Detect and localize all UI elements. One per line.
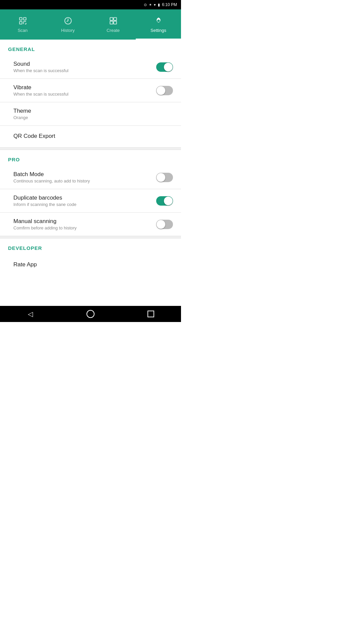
tab-scan[interactable]: Scan <box>0 9 45 40</box>
setting-vibrate[interactable]: Vibrate When the scan is successful <box>0 79 181 102</box>
vibrate-text: Vibrate When the scan is successful <box>13 84 156 97</box>
tab-settings[interactable]: Settings <box>136 9 181 40</box>
batch-mode-sublabel: Continous scanning, auto add to history <box>13 178 156 183</box>
vibrate-label: Vibrate <box>13 84 156 91</box>
bottom-nav: ◁ ○ <box>0 306 181 322</box>
nav-bar: Scan History Create <box>0 9 181 40</box>
svg-rect-9 <box>114 17 117 20</box>
duplicate-barcodes-label: Duplicate barcodes <box>13 195 156 201</box>
manual-scanning-text: Manual scanning Comfirm before adding to… <box>13 218 156 230</box>
vibrate-toggle[interactable] <box>156 86 173 95</box>
settings-content: GENERAL Sound When the scan is successfu… <box>0 40 181 306</box>
section-divider-1 <box>0 147 181 150</box>
batch-mode-toggle-thumb <box>157 173 165 182</box>
theme-label: Theme <box>13 108 173 114</box>
qr-export-label: QR Code Export <box>13 133 173 140</box>
tab-scan-label: Scan <box>18 28 28 33</box>
section-general-header: GENERAL <box>0 40 181 55</box>
battery-icon: ▮ <box>158 3 160 7</box>
create-icon <box>109 16 118 26</box>
home-icon: ○ <box>86 310 95 318</box>
tab-create[interactable]: Create <box>90 9 136 40</box>
batch-mode-toggle[interactable] <box>156 173 173 182</box>
sound-text: Sound When the scan is successful <box>13 61 156 73</box>
duplicate-barcodes-text: Duplicate barcodes Inform if scanning th… <box>13 195 156 207</box>
back-icon: ◁ <box>28 310 33 318</box>
home-button[interactable]: ○ <box>80 307 101 321</box>
recent-button[interactable] <box>141 307 161 321</box>
setting-sound[interactable]: Sound When the scan is successful <box>0 55 181 79</box>
recent-icon <box>147 311 154 317</box>
tab-history-label: History <box>61 28 74 33</box>
sound-toggle[interactable] <box>156 62 173 72</box>
history-icon <box>64 16 72 26</box>
section-pro: PRO Batch Mode Continous scanning, auto … <box>0 150 181 236</box>
manual-scanning-toggle[interactable] <box>156 220 173 229</box>
status-bar: ⊙ ✶ ▾ ▮ 6:10 PM <box>0 0 181 9</box>
svg-rect-1 <box>23 17 26 20</box>
rate-app-text: Rate App <box>13 261 173 269</box>
sound-label: Sound <box>13 61 156 67</box>
vibrate-sublabel: When the scan is successful <box>13 92 156 97</box>
section-pro-header: PRO <box>0 150 181 166</box>
svg-rect-8 <box>110 17 113 20</box>
duplicate-barcodes-toggle-thumb <box>164 197 173 205</box>
back-button[interactable]: ◁ <box>20 307 40 321</box>
svg-rect-11 <box>114 21 117 24</box>
svg-rect-2 <box>19 21 22 24</box>
manual-scanning-label: Manual scanning <box>13 218 156 225</box>
manual-scanning-sublabel: Comfirm before adding to history <box>13 225 156 230</box>
tab-history[interactable]: History <box>45 9 90 40</box>
vibrate-toggle-thumb <box>157 86 165 95</box>
wifi-icon: ▾ <box>154 3 156 7</box>
duplicate-barcodes-toggle[interactable] <box>156 196 173 206</box>
duplicate-barcodes-sublabel: Inform if scanning the sane code <box>13 202 156 207</box>
section-general: GENERAL Sound When the scan is successfu… <box>0 40 181 147</box>
section-developer: DEVELOPER Rate App <box>0 238 181 276</box>
setting-duplicate-barcodes[interactable]: Duplicate barcodes Inform if scanning th… <box>0 189 181 213</box>
manual-scanning-toggle-thumb <box>157 220 165 229</box>
theme-value: Orange <box>13 115 173 120</box>
status-time: 6:10 PM <box>162 2 177 7</box>
section-developer-header: DEVELOPER <box>0 238 181 254</box>
svg-rect-0 <box>19 17 22 20</box>
svg-point-13 <box>157 19 160 22</box>
setting-theme[interactable]: Theme Orange <box>0 102 181 126</box>
bluetooth-icon: ✶ <box>149 3 152 7</box>
tab-create-label: Create <box>107 28 120 33</box>
scan-icon <box>18 16 27 26</box>
sound-sublabel: When the scan is successful <box>13 68 156 73</box>
settings-icon <box>154 16 163 26</box>
batch-mode-text: Batch Mode Continous scanning, auto add … <box>13 171 156 183</box>
qr-export-text: QR Code Export <box>13 133 173 140</box>
section-divider-2 <box>0 236 181 238</box>
batch-mode-label: Batch Mode <box>13 171 156 178</box>
setting-rate-app[interactable]: Rate App <box>0 254 181 276</box>
theme-text: Theme Orange <box>13 108 173 120</box>
setting-manual-scanning[interactable]: Manual scanning Comfirm before adding to… <box>0 213 181 236</box>
sound-toggle-thumb <box>164 63 173 71</box>
rate-app-label: Rate App <box>13 261 173 268</box>
setting-qr-export[interactable]: QR Code Export <box>0 126 181 147</box>
setting-batch-mode[interactable]: Batch Mode Continous scanning, auto add … <box>0 166 181 189</box>
location-icon: ⊙ <box>144 3 147 7</box>
tab-settings-label: Settings <box>150 28 166 33</box>
svg-rect-10 <box>110 21 113 24</box>
